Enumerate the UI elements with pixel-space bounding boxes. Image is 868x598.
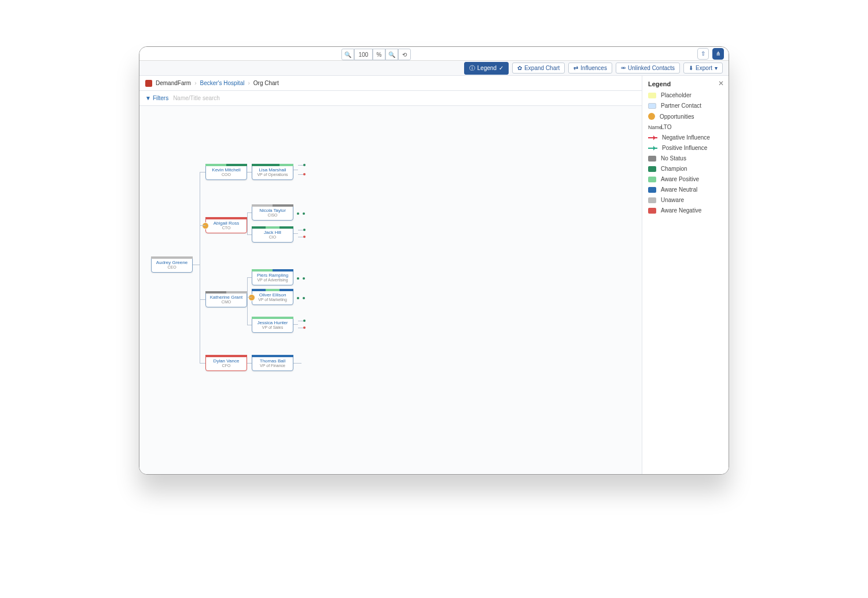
legend-label: Unaware (661, 197, 684, 203)
legend-panel: ✕ Legend PlaceholderPartner ContactOppor… (642, 76, 729, 474)
breadcrumb-sep: › (194, 80, 196, 86)
legend-label: Aware Neutral (661, 186, 697, 193)
unlinked-contacts-button[interactable]: ⚮ Unlinked Contacts (616, 63, 680, 74)
network-icon[interactable]: ⋔ (712, 48, 724, 60)
node-oliver-ellison[interactable]: Oliver Ellison VP of Marketing (252, 289, 293, 305)
node-name: Abigail Ross (206, 221, 247, 226)
brand-name: DemandFarm (156, 80, 191, 86)
node-piers-rampling[interactable]: Piers Rampling VP of Advertising (252, 269, 293, 285)
legend-title: Legend (648, 80, 723, 87)
node-dylan-vance[interactable]: Dylan Vance CFO (205, 355, 247, 371)
breadcrumb: DemandFarm › Becker's Hospital › Org Cha… (139, 76, 729, 91)
legend-swatch: Name (648, 124, 656, 130)
expand-chart-button[interactable]: ✿ Expand Chart (512, 63, 565, 74)
connector (200, 172, 200, 363)
close-icon[interactable]: ✕ (718, 79, 724, 87)
influences-button[interactable]: ⇄ Influences (568, 63, 612, 74)
info-icon: ⓘ (469, 64, 475, 72)
connector (247, 297, 252, 298)
node-title: COO (206, 173, 247, 177)
zoom-out-button[interactable]: 🔍 (341, 49, 354, 60)
node-title: VP of Finance (252, 364, 293, 368)
breadcrumb-sep: › (248, 80, 249, 86)
node-jack-hill[interactable]: Jack Hill CIO (252, 226, 293, 243)
node-audrey-greene[interactable]: Audrey Greene CEO (151, 256, 193, 273)
connector (247, 277, 248, 325)
node-name: Jessica Hunter (252, 320, 293, 325)
node-name: Piers Rampling (252, 273, 293, 278)
legend-label: Aware Positive (661, 176, 699, 182)
zoom-controls: 🔍 100 % 🔍 ⟲ (341, 49, 411, 60)
action-bar: ⓘ Legend ✓ ✿ Expand Chart ⇄ Influences ⚮… (139, 61, 729, 76)
check-icon: ✓ (499, 65, 503, 71)
legend-item: Champion (648, 166, 723, 172)
filters-toggle[interactable]: ▼ Filters (145, 95, 168, 101)
app-window: ⇧ ⋔ ⓘ Legend ✓ ✿ Expand Chart ⇄ Influenc… (139, 46, 729, 475)
swap-icon: ⇄ (573, 65, 578, 71)
connector (200, 299, 205, 300)
zoom-level[interactable]: 100 (354, 49, 373, 60)
share-icon[interactable]: ⇧ (697, 48, 709, 60)
gear-icon: ✿ (517, 65, 522, 71)
connector (200, 363, 205, 364)
node-title: VP of Marketing (252, 298, 293, 302)
legend-label: Partner Contact (661, 102, 701, 109)
legend-button-label: Legend (477, 65, 496, 71)
legend-item: Unaware (648, 197, 723, 203)
node-name: Audrey Greene (152, 260, 192, 265)
org-chart-canvas[interactable]: Audrey Greene CEO Kevin Mitchell COO Lis… (139, 106, 642, 474)
node-katherine-grant[interactable]: Katherine Grant CMO (205, 291, 247, 307)
node-title: VP of Operations (252, 173, 293, 177)
search-input[interactable]: Name/Title search (173, 95, 242, 101)
node-name: Jack Hill (252, 230, 293, 235)
legend-label: Opportunities (660, 113, 694, 120)
legend-item: No Status (648, 155, 723, 162)
node-jessica-hunter[interactable]: Jessica Hunter VP of Sales (252, 317, 293, 333)
node-name: Dylan Vance (206, 358, 247, 364)
chart-leaf (293, 315, 307, 333)
node-title: CFO (206, 364, 247, 368)
legend-swatch (648, 177, 656, 182)
node-name: Thomas Ball (252, 358, 293, 364)
legend-label: Placeholder (661, 92, 692, 98)
zoom-in-button[interactable]: 🔍 (385, 49, 398, 60)
node-abigail-ross[interactable]: Abigail Ross CTO (205, 217, 247, 233)
export-button[interactable]: ⬇ Export ▾ (683, 63, 723, 74)
node-name: Nicola Taylor (252, 208, 293, 213)
legend-item: Negative Influence (648, 134, 723, 141)
node-name: Lisa Marshall (252, 167, 293, 173)
zoom-reset-button[interactable]: ⟲ (398, 49, 411, 60)
node-lisa-marshall[interactable]: Lisa Marshall VP of Operations (252, 164, 293, 180)
caret-down-icon: ▾ (715, 65, 718, 71)
expand-chart-label: Expand Chart (524, 65, 560, 71)
zoom-percent-button[interactable]: % (373, 49, 385, 60)
legend-swatch (648, 103, 656, 109)
node-title: CIO (252, 235, 293, 240)
node-thomas-ball[interactable]: Thomas Ball VP of Finance (252, 355, 293, 371)
unlink-icon: ⚮ (621, 65, 626, 71)
connector (247, 172, 252, 173)
legend-swatch (648, 187, 656, 193)
node-nicola-taylor[interactable]: Nicola Taylor CISO (252, 204, 293, 221)
legend-item: Positive Influence (648, 145, 723, 151)
legend-item: Aware Positive (648, 176, 723, 182)
node-name: Oliver Ellison (252, 292, 293, 298)
breadcrumb-account[interactable]: Becker's Hospital (200, 80, 244, 86)
node-kevin-mitchell[interactable]: Kevin Mitchell COO (205, 164, 247, 180)
legend-label: Negative Influence (662, 134, 710, 141)
breadcrumb-page: Org Chart (253, 80, 279, 86)
brand-icon (145, 80, 152, 87)
legend-label: Positive Influence (662, 145, 707, 151)
filters-label: Filters (153, 95, 168, 101)
search-placeholder: Name/Title search (173, 95, 220, 101)
legend-button[interactable]: ⓘ Legend ✓ (464, 62, 509, 75)
legend-swatch (648, 113, 655, 120)
legend-label: Champion (661, 166, 687, 172)
window-titlebar: ⇧ ⋔ (139, 47, 729, 61)
node-title: VP of Sales (252, 325, 293, 330)
node-title: CISO (252, 213, 293, 218)
connector (247, 277, 252, 278)
connector (293, 363, 301, 364)
connector (247, 212, 252, 213)
chart-leaf (295, 295, 312, 302)
